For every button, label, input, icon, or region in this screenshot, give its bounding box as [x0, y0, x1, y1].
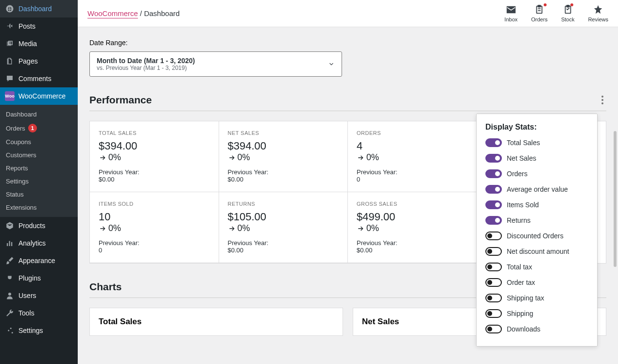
sidebar-item-label: Settings: [18, 327, 43, 334]
perf-delta: 0%: [357, 152, 468, 163]
sidebar-item-dashboard[interactable]: Dashboard: [0, 0, 78, 17]
perf-cell[interactable]: NET SALES$394.000%Previous Year:$0.00: [219, 121, 348, 192]
perf-cell[interactable]: RETURNS$105.000%Previous Year:$0.00: [219, 192, 348, 263]
perf-label: ORDERS: [357, 130, 468, 136]
scrollbar[interactable]: [610, 131, 618, 364]
topicon-orders[interactable]: Orders: [531, 4, 548, 22]
toggle-switch[interactable]: [485, 232, 502, 240]
toggle-shipping-tax[interactable]: Shipping tax: [485, 294, 588, 302]
chart-card[interactable]: Total Sales: [89, 308, 343, 336]
toggle-discounted-orders[interactable]: Discounted Orders: [485, 232, 588, 240]
date-range-selector[interactable]: Month to Date (Mar 1 - 3, 2020) vs. Prev…: [89, 51, 342, 77]
sidebar-subitem-extensions[interactable]: Extensions: [0, 201, 78, 214]
topicon-reviews[interactable]: Reviews: [588, 4, 608, 22]
sidebar-item-pages[interactable]: Pages: [0, 52, 78, 70]
toggle-average-order-value[interactable]: Average order value: [485, 185, 588, 194]
toggle-switch[interactable]: [485, 263, 502, 271]
sidebar-item-label: Comments: [18, 75, 52, 83]
sidebar-subitem-reports[interactable]: Reports: [0, 162, 78, 175]
sidebar-item-appearance[interactable]: Appearance: [0, 252, 78, 269]
toggle-shipping[interactable]: Shipping: [485, 309, 588, 318]
toggle-net-sales[interactable]: Net Sales: [485, 154, 588, 163]
woocommerce-submenu: DashboardOrders1CouponsCustomersReportsS…: [0, 105, 78, 217]
toggle-orders[interactable]: Orders: [485, 169, 588, 178]
popover-title: Display Stats:: [485, 123, 588, 132]
main-content: Date Range: Month to Date (Mar 1 - 3, 20…: [78, 27, 618, 364]
toggle-switch[interactable]: [485, 138, 502, 147]
sidebar-item-users[interactable]: Users: [0, 287, 78, 304]
arrow-icon: [357, 154, 364, 162]
analytics-icon: [5, 238, 15, 248]
toggle-total-sales[interactable]: Total Sales: [485, 138, 588, 147]
breadcrumb: WooCommerce / Dashboard: [87, 9, 180, 17]
dashboard-icon: [5, 4, 15, 14]
media-icon: [5, 39, 15, 49]
sidebar-subitem-dashboard[interactable]: Dashboard: [0, 108, 78, 121]
topicon-inbox[interactable]: Inbox: [504, 4, 517, 22]
toggle-label: Shipping: [507, 310, 533, 317]
toggle-returns[interactable]: Returns: [485, 216, 588, 225]
date-range-sub: vs. Previous Year (Mar 1 - 3, 2019): [97, 65, 195, 71]
perf-cell[interactable]: TOTAL SALES$394.000%Previous Year:$0.00: [90, 121, 219, 192]
toggle-switch[interactable]: [485, 169, 502, 178]
toggle-net-discount-amount[interactable]: Net discount amount: [485, 247, 588, 256]
wrench-icon: [5, 308, 15, 318]
sidebar-item-analytics[interactable]: Analytics: [0, 234, 78, 252]
pages-icon: [5, 56, 15, 66]
sidebar-item-products[interactable]: Products: [0, 217, 78, 234]
toggle-switch[interactable]: [485, 200, 502, 209]
toggle-switch[interactable]: [485, 294, 502, 302]
perf-prev-label: Previous Year:: [99, 168, 210, 176]
toggle-label: Returns: [507, 216, 531, 224]
sidebar-item-label: Plugins: [18, 274, 41, 282]
sidebar-item-label: Appearance: [18, 257, 55, 265]
svg-point-12: [601, 96, 603, 98]
perf-value: $394.00: [228, 140, 339, 152]
sidebar-subitem-settings[interactable]: Settings: [0, 175, 78, 188]
sidebar-item-settings[interactable]: Settings: [0, 322, 78, 339]
svg-rect-11: [566, 5, 569, 7]
toggle-switch[interactable]: [485, 216, 502, 225]
perf-prev-label: Previous Year:: [99, 239, 210, 247]
perf-cell[interactable]: ORDERS40%Previous Year:0: [348, 121, 477, 192]
perf-prev-value: 0: [99, 247, 210, 254]
sidebar-item-woocommerce[interactable]: Woo WooCommerce: [0, 87, 78, 105]
breadcrumb-parent[interactable]: WooCommerce: [87, 9, 138, 17]
sidebar-item-plugins[interactable]: Plugins: [0, 269, 78, 287]
sidebar-item-media[interactable]: Media: [0, 35, 78, 52]
sidebar-subitem-status[interactable]: Status: [0, 188, 78, 201]
toggle-switch[interactable]: [485, 309, 502, 318]
scrollbar-thumb[interactable]: [614, 131, 617, 267]
toggle-switch[interactable]: [485, 154, 502, 163]
toggle-downloads[interactable]: Downloads: [485, 325, 588, 333]
toggle-order-tax[interactable]: Order tax: [485, 278, 588, 287]
toggle-items-sold[interactable]: Items Sold: [485, 200, 588, 209]
topicon-stock[interactable]: Stock: [561, 4, 575, 22]
perf-prev-value: $0.00: [228, 176, 339, 183]
sidebar-item-label: WooCommerce: [18, 92, 66, 100]
performance-menu-button[interactable]: [599, 96, 606, 104]
perf-delta: 0%: [228, 223, 339, 233]
toggle-switch[interactable]: [485, 278, 502, 287]
sidebar-item-posts[interactable]: Posts: [0, 17, 78, 35]
sidebar-subitem-label: Dashboard: [6, 111, 37, 118]
toggle-switch[interactable]: [485, 185, 502, 194]
perf-cell[interactable]: GROSS SALES$499.000%Previous Year:$0.00: [348, 192, 477, 263]
sidebar-item-comments[interactable]: Comments: [0, 70, 78, 87]
sidebar-subitem-orders[interactable]: Orders1: [0, 121, 78, 135]
sidebar-subitem-coupons[interactable]: Coupons: [0, 135, 78, 149]
toggle-switch[interactable]: [485, 325, 502, 333]
perf-cell[interactable]: ITEMS SOLD100%Previous Year:0: [90, 192, 219, 263]
svg-point-13: [601, 99, 603, 101]
topicon-label: Inbox: [504, 17, 517, 22]
toggle-total-tax[interactable]: Total tax: [485, 263, 588, 271]
brush-icon: [5, 256, 15, 265]
sidebar-item-tools[interactable]: Tools: [0, 304, 78, 322]
toggle-label: Discounted Orders: [507, 232, 564, 240]
toggle-label: Total Sales: [507, 139, 540, 147]
sliders-icon: [5, 326, 15, 335]
perf-delta: 0%: [99, 223, 210, 233]
toggle-switch[interactable]: [485, 247, 502, 256]
perf-label: ITEMS SOLD: [99, 201, 210, 207]
sidebar-subitem-customers[interactable]: Customers: [0, 149, 78, 162]
